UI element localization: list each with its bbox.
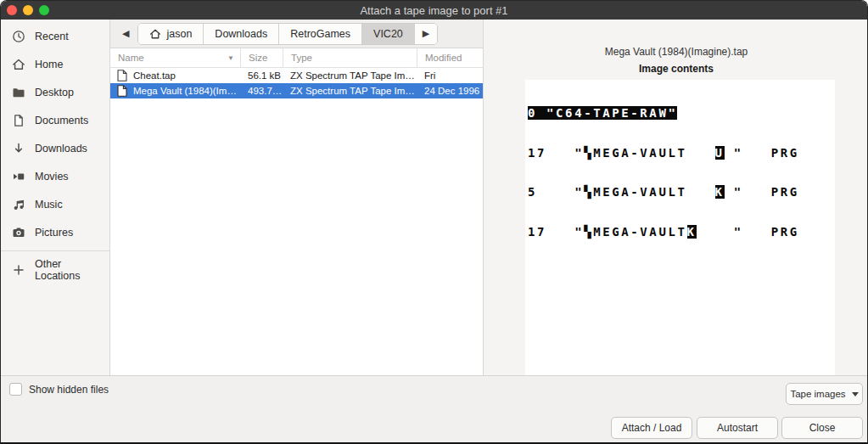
- file-type: ZX Spectrum TAP Tape Image: [283, 86, 417, 96]
- column-header-modified[interactable]: Modified: [417, 48, 483, 67]
- forward-button[interactable]: ▶: [414, 24, 437, 44]
- back-button[interactable]: ◀: [117, 25, 134, 42]
- sidebar-item-recent[interactable]: Recent: [1, 22, 109, 50]
- breadcrumb: jason Downloads RetroGames VIC20 ▶: [137, 23, 438, 45]
- bottom-bar: Show hidden files Tape images Attach / L…: [1, 375, 867, 444]
- path-bar: ◀ jason Downloads RetroGames VIC20 ▶: [110, 20, 483, 48]
- sidebar-item-movies[interactable]: Movies: [1, 162, 109, 190]
- breadcrumb-downloads[interactable]: Downloads: [203, 24, 278, 44]
- sidebar-item-label: Desktop: [35, 87, 74, 98]
- file-size: 56.1 kB: [240, 70, 283, 81]
- file-icon: [117, 70, 127, 81]
- minimize-window-icon[interactable]: [23, 5, 33, 15]
- movies-icon: [12, 170, 25, 183]
- sidebar-item-label: Home: [35, 59, 63, 70]
- sidebar-item-desktop[interactable]: Desktop: [1, 78, 109, 106]
- sidebar-item-documents[interactable]: Documents: [1, 106, 109, 134]
- column-header-name[interactable]: Name ▼: [110, 48, 240, 67]
- sidebar-item-label: Downloads: [35, 143, 87, 155]
- file-modified: 24 Dec 1996: [417, 86, 483, 96]
- sidebar-item-pictures[interactable]: Pictures: [1, 218, 109, 246]
- column-header-size[interactable]: Size: [240, 48, 283, 67]
- download-icon: [12, 142, 25, 155]
- file-list: Cheat.tap 56.1 kB ZX Spectrum TAP Tape I…: [110, 68, 483, 98]
- sort-descending-icon: ▼: [227, 54, 234, 62]
- preview-filename: Mega Vault (1984)(Imagine).tap: [484, 46, 868, 58]
- breadcrumb-label: VIC20: [373, 28, 403, 40]
- file-modified: Fri: [417, 70, 483, 81]
- file-row-mega-vault-selected[interactable]: Mega Vault (1984)(Imag… 493.7 kB ZX Spec…: [110, 83, 483, 98]
- column-label: Type: [291, 53, 312, 63]
- clock-icon: [12, 30, 25, 43]
- name-cell: Cheat.tap: [110, 70, 240, 81]
- breadcrumb-label: jason: [166, 28, 192, 40]
- column-label: Size: [249, 53, 267, 63]
- breadcrumb-home-jason[interactable]: jason: [138, 24, 203, 44]
- filter-label: Tape images: [790, 389, 845, 399]
- sidebar: Recent Home Desktop Documents Downloads …: [1, 20, 110, 375]
- window-controls: [7, 5, 49, 15]
- file-name: Mega Vault (1984)(Imag…: [133, 86, 240, 96]
- sidebar-item-downloads[interactable]: Downloads: [1, 134, 109, 162]
- preview-pane: Mega Vault (1984)(Imagine).tap Image con…: [483, 20, 868, 375]
- breadcrumb-label: RetroGames: [290, 28, 350, 40]
- listing-line: 17 "▚MEGA-VAULT U " PRG: [528, 147, 835, 160]
- name-cell: Mega Vault (1984)(Imag…: [110, 85, 240, 97]
- file-name: Cheat.tap: [133, 70, 176, 81]
- close-button[interactable]: Close: [781, 417, 863, 439]
- file-list-header: Name ▼ Size Type Modified: [110, 48, 483, 68]
- image-contents-view: 0 "C64-TAPE-RAW" 17 "▚MEGA-VAULT U " PRG…: [525, 80, 835, 375]
- file-icon: [117, 85, 127, 97]
- breadcrumb-vic20[interactable]: VIC20: [361, 24, 414, 44]
- listing-line: 17 "▚MEGA-VAULTK " PRG: [528, 226, 835, 239]
- preview-heading: Image contents: [484, 63, 868, 75]
- maximize-window-icon[interactable]: [39, 5, 49, 15]
- sidebar-item-label: Pictures: [35, 227, 73, 239]
- file-chooser-dialog: Attach a tape image to port #1 Recent Ho…: [0, 0, 868, 444]
- sidebar-item-label: Movies: [35, 171, 69, 183]
- chevron-down-icon: [852, 392, 859, 396]
- file-browser: ◀ jason Downloads RetroGames VIC20 ▶ Nam…: [110, 20, 483, 375]
- music-icon: [12, 198, 25, 211]
- forward-arrow-icon: ▶: [423, 28, 429, 39]
- file-type: ZX Spectrum TAP Tape Image: [283, 70, 417, 81]
- home-icon: [149, 28, 161, 40]
- tape-directory-listing: 0 "C64-TAPE-RAW" 17 "▚MEGA-VAULT U " PRG…: [525, 80, 835, 265]
- document-icon: [12, 114, 25, 127]
- file-row-cheat-tap[interactable]: Cheat.tap 56.1 kB ZX Spectrum TAP Tape I…: [110, 68, 483, 83]
- sidebar-item-label: Documents: [35, 115, 88, 126]
- column-label: Name: [118, 53, 144, 63]
- column-label: Modified: [425, 53, 462, 63]
- listing-line: 0 "C64-TAPE-RAW": [528, 107, 835, 121]
- breadcrumb-label: Downloads: [215, 28, 267, 40]
- file-filter-dropdown[interactable]: Tape images: [786, 383, 863, 405]
- home-icon: [12, 58, 25, 71]
- plus-icon: [12, 263, 25, 277]
- sidebar-item-label: Music: [35, 199, 63, 211]
- file-size: 493.7 kB: [240, 86, 283, 96]
- sidebar-item-label: Recent: [35, 31, 69, 42]
- show-hidden-files-checkbox[interactable]: [9, 383, 22, 396]
- sidebar-item-other-locations[interactable]: Other Locations: [1, 256, 109, 284]
- titlebar: Attach a tape image to port #1: [1, 1, 867, 20]
- show-hidden-files-label: Show hidden files: [29, 384, 109, 396]
- sidebar-item-home[interactable]: Home: [1, 50, 109, 78]
- window-title: Attach a tape image to port #1: [360, 4, 507, 17]
- sidebar-separator: [1, 250, 109, 251]
- listing-line: 5 "▚MEGA-VAULT K " PRG: [528, 186, 835, 200]
- sidebar-item-label: Other Locations: [35, 258, 109, 282]
- attach-load-button[interactable]: Attach / Load: [611, 417, 692, 439]
- autostart-button[interactable]: Autostart: [697, 417, 778, 439]
- sidebar-item-music[interactable]: Music: [1, 190, 109, 218]
- breadcrumb-retrogames[interactable]: RetroGames: [278, 24, 361, 44]
- show-hidden-files-option: Show hidden files: [9, 383, 109, 396]
- column-header-type[interactable]: Type: [283, 48, 417, 67]
- folder-icon: [12, 86, 25, 99]
- camera-icon: [12, 226, 25, 239]
- close-window-icon[interactable]: [7, 5, 17, 15]
